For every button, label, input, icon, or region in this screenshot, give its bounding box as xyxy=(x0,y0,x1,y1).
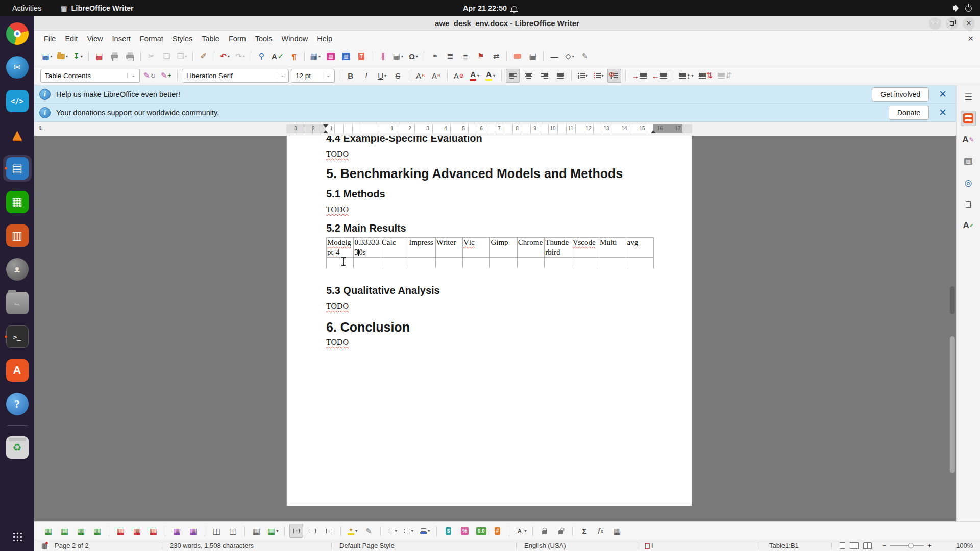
new-style-from-selection[interactable]: ✎+ xyxy=(159,69,173,83)
line-spacing-dropdown[interactable]: ▾ xyxy=(692,73,694,78)
unprotect-cells[interactable] xyxy=(554,524,568,538)
insert-table[interactable]: ▦▾ xyxy=(308,49,322,63)
table-cell[interactable]: Vscode xyxy=(572,238,599,258)
basic-shapes[interactable]: ◇▾ xyxy=(562,49,576,63)
table-cell[interactable]: Thunderbird xyxy=(545,238,572,258)
insert-bookmark[interactable]: ⚑ xyxy=(474,49,487,63)
number-format-percent[interactable]: % xyxy=(458,524,472,538)
insert-field-dropdown[interactable]: ▾ xyxy=(401,54,403,59)
clear-formatting[interactable]: A⊘ xyxy=(452,69,465,83)
page-deck[interactable] xyxy=(961,196,976,212)
chevron-down-icon[interactable]: ⌄ xyxy=(127,73,135,78)
properties-deck[interactable] xyxy=(961,111,976,126)
titlebar[interactable]: awe_desk_env.docx - LibreOffice Writer −… xyxy=(34,16,980,31)
horizontal-ruler[interactable]: 3211234567891011121314151617 xyxy=(286,124,692,133)
save[interactable]: ↧▾ xyxy=(71,49,85,63)
table-cell-empty[interactable] xyxy=(626,258,654,268)
subscript[interactable]: AB xyxy=(429,69,443,83)
table-cell-empty[interactable] xyxy=(327,258,354,268)
accessibility-check-deck[interactable]: A✔ xyxy=(961,218,976,233)
insert-table-dropdown[interactable]: ▾ xyxy=(318,54,321,59)
zoom-in-button[interactable]: + xyxy=(927,542,932,549)
menu-table[interactable]: Table xyxy=(197,33,224,45)
align-right[interactable] xyxy=(537,69,551,83)
insert-cross-reference[interactable]: ⇄ xyxy=(489,49,503,63)
number-format-decimal[interactable]: 0.0 xyxy=(474,524,488,538)
todo-paragraph[interactable]: TODO xyxy=(326,337,653,347)
delete-table[interactable]: ▦ xyxy=(146,524,160,538)
right-indent-marker[interactable] xyxy=(651,130,656,133)
heading-5-3[interactable]: 5.3 Qualitative Analysis xyxy=(326,285,653,296)
menu-edit[interactable]: Edit xyxy=(60,33,82,45)
border-style[interactable]: ▾ xyxy=(385,524,399,538)
insert-endnote[interactable]: ≡ xyxy=(458,49,472,63)
document-page[interactable]: 4.4 Example-Specific Evaluation TODO 5. … xyxy=(286,136,692,506)
menu-file[interactable]: File xyxy=(39,33,60,45)
track-changes[interactable]: ▤ xyxy=(526,49,540,63)
paragraph-style-combo[interactable]: Table Contents ⌄ xyxy=(40,69,140,83)
book-view-button[interactable] xyxy=(863,542,872,549)
table-cell[interactable]: Modelgpt-4 xyxy=(327,238,354,258)
insert-footnote[interactable]: ≣ xyxy=(443,49,457,63)
focused-app-indicator[interactable]: ▤ LibreOffice Writer xyxy=(61,4,134,12)
zoom-level[interactable]: 100% xyxy=(956,542,973,549)
no-list[interactable]: ⊘ xyxy=(607,69,621,83)
justified[interactable] xyxy=(553,69,567,83)
font-size-combo[interactable]: 12 pt ⌄ xyxy=(291,69,335,83)
todo-paragraph[interactable]: TODO xyxy=(326,301,653,311)
menu-view[interactable]: View xyxy=(82,33,107,45)
todo-paragraph[interactable]: TODO xyxy=(326,149,653,159)
close-button[interactable]: ✕ xyxy=(963,17,975,30)
word-count-status[interactable]: 230 words, 1,508 characters xyxy=(170,542,254,549)
align-center[interactable] xyxy=(522,69,535,83)
table-cell[interactable]: Vlc xyxy=(463,238,490,258)
insert-image[interactable]: ▨ xyxy=(324,49,337,63)
heading-5[interactable]: 5. Benchmarking Advanced Models and Meth… xyxy=(326,166,653,181)
table-cell-empty[interactable] xyxy=(599,258,626,268)
font-name-combo[interactable]: Liberation Serif ⌄ xyxy=(182,69,289,83)
center-vertically[interactable]: · xyxy=(306,524,320,538)
font-color-dropdown[interactable]: ▾ xyxy=(477,73,479,78)
donate-button[interactable]: Donate xyxy=(889,106,929,120)
heading-6[interactable]: 6. Conclusion xyxy=(326,319,653,335)
table-cell[interactable]: Calc xyxy=(381,238,408,258)
tab-stop-selector[interactable]: L xyxy=(39,125,43,131)
minimize-button[interactable]: − xyxy=(929,17,941,30)
table-cell-empty[interactable] xyxy=(572,258,599,268)
dock-libreoffice-impress[interactable]: ▥ xyxy=(3,222,32,249)
table-styles[interactable]: ▦▾ xyxy=(266,524,280,538)
print[interactable] xyxy=(108,49,121,63)
scrollbar-thumb[interactable] xyxy=(950,336,955,473)
draw-table-borders[interactable]: ✎ xyxy=(362,524,376,538)
italic[interactable]: I xyxy=(359,69,373,83)
align-bottom[interactable]: ↓ xyxy=(322,524,336,538)
select-table[interactable]: ▦ xyxy=(186,524,200,538)
clone-formatting[interactable]: ✐ xyxy=(197,49,210,63)
dock-visual-studio-code[interactable]: </> xyxy=(3,88,32,114)
menu-styles[interactable]: Styles xyxy=(168,33,198,45)
table-properties[interactable]: ▦ xyxy=(610,524,624,538)
ordered-list[interactable]: ▾ xyxy=(592,69,605,83)
zoom-out-button[interactable]: − xyxy=(883,542,887,549)
border-style-dropdown[interactable]: ▾ xyxy=(395,529,397,533)
redo-dropdown[interactable]: ▾ xyxy=(243,54,245,59)
decrease-indent[interactable]: ← xyxy=(650,69,669,83)
single-page-view-button[interactable] xyxy=(840,542,845,549)
table-cell-empty[interactable] xyxy=(463,258,490,268)
align-top[interactable]: ↑ xyxy=(289,524,303,538)
table-cell[interactable]: Impress xyxy=(408,238,435,258)
first-line-indent-marker[interactable] xyxy=(323,124,328,128)
find-and-replace[interactable]: ⚲ xyxy=(255,49,268,63)
menu-window[interactable]: Window xyxy=(277,33,313,45)
dock-gimp[interactable]: ᴥ xyxy=(3,256,32,283)
toggle-print-preview[interactable] xyxy=(123,49,137,63)
superscript[interactable]: AB xyxy=(413,69,427,83)
table-cell-empty[interactable] xyxy=(490,258,517,268)
menu-tools[interactable]: Tools xyxy=(251,33,277,45)
chevron-down-icon[interactable]: ⌄ xyxy=(323,73,331,78)
delete-row[interactable]: ▦ xyxy=(114,524,128,538)
close-document-button[interactable]: ✕ xyxy=(967,34,974,43)
activities-button[interactable]: Activities xyxy=(12,4,41,12)
merge-cells[interactable]: ◫ xyxy=(210,524,224,538)
paste-dropdown[interactable]: ▾ xyxy=(185,54,187,59)
